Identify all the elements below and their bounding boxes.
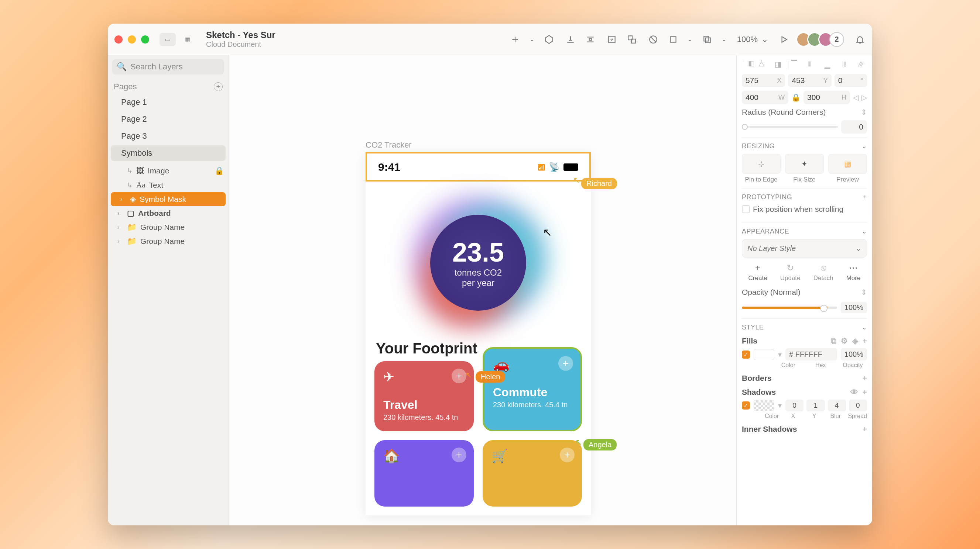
- fill-type-icon[interactable]: ▾: [778, 350, 782, 359]
- rotation-field[interactable]: 0°: [835, 74, 867, 87]
- mask-button[interactable]: [648, 34, 659, 45]
- align-left-icon[interactable]: ⎸◧: [742, 60, 751, 69]
- update-style-button[interactable]: ↻Update: [780, 263, 800, 282]
- shadow-type-icon[interactable]: ▾: [778, 401, 782, 410]
- opacity-value[interactable]: 100%: [841, 302, 867, 313]
- fix-size-control[interactable]: ✦Fix Size: [785, 154, 824, 183]
- detach-symbol-button[interactable]: [626, 34, 637, 45]
- distribute-v-icon[interactable]: ⫻: [858, 60, 867, 69]
- avatar-overflow[interactable]: 2: [829, 32, 844, 47]
- card-commute-selected[interactable]: 🚗 + Commute 230 kilometers. 45.4 tn: [483, 347, 582, 431]
- fix-scroll-checkbox[interactable]: [742, 205, 750, 213]
- add-icon[interactable]: +: [558, 356, 573, 371]
- close-window-button[interactable]: [115, 35, 123, 44]
- add-icon[interactable]: +: [452, 447, 466, 462]
- add-shadow-icon[interactable]: +: [862, 388, 867, 397]
- radius-field[interactable]: 0: [841, 120, 867, 133]
- insert-button[interactable]: [509, 34, 521, 45]
- library-icon[interactable]: ◈: [852, 336, 858, 345]
- settings-icon[interactable]: ⚙: [841, 336, 848, 345]
- radius-stepper-icon[interactable]: ⇕: [861, 108, 867, 117]
- card-shopping[interactable]: 🛒 +: [483, 440, 582, 506]
- union-dropdown-icon[interactable]: ⌄: [722, 34, 727, 45]
- stack-icon[interactable]: ⧉: [831, 336, 836, 345]
- artboard-label[interactable]: CO2 Tracker: [366, 140, 412, 150]
- maximize-window-button[interactable]: [141, 35, 149, 44]
- canvas[interactable]: CO2 Tracker 9:41 📶 📡: [229, 56, 736, 525]
- shadow-y-field[interactable]: 1: [807, 400, 824, 411]
- shadow-spread-field[interactable]: 0: [849, 400, 867, 411]
- align-center-v-icon[interactable]: ⫴: [808, 60, 818, 69]
- fill-enabled-checkbox[interactable]: ✓: [742, 351, 750, 359]
- card-travel[interactable]: ✈ + Travel 230 kilometers. 45.4 tn: [374, 361, 474, 431]
- visibility-icon[interactable]: 👁: [850, 388, 858, 397]
- layer-item-text[interactable]: ↳ Aa Text: [108, 178, 229, 192]
- layer-item-group[interactable]: › 📁 Group Name: [108, 220, 229, 234]
- layer-item-symbol-mask[interactable]: › ◈ Symbol Mask: [111, 192, 226, 206]
- shadow-enabled-checkbox[interactable]: ✓: [742, 401, 750, 409]
- align-center-h-icon[interactable]: ⧊: [759, 60, 768, 69]
- insert-dropdown-icon[interactable]: ⌄: [530, 34, 535, 45]
- align-button[interactable]: [565, 34, 576, 45]
- fill-color-swatch[interactable]: [754, 349, 774, 360]
- chevron-down-icon[interactable]: ⌄: [861, 142, 867, 150]
- union-button[interactable]: [702, 34, 713, 45]
- chevron-down-icon[interactable]: ⌄: [861, 323, 867, 331]
- page-item-active[interactable]: Symbols: [111, 145, 226, 161]
- create-symbol-button[interactable]: [606, 34, 617, 45]
- shadow-color-swatch[interactable]: [754, 400, 774, 411]
- notifications-button[interactable]: [854, 34, 865, 45]
- shadow-blur-field[interactable]: 4: [828, 400, 846, 411]
- fill-opacity-field[interactable]: 100%: [841, 348, 867, 360]
- flip-v-icon[interactable]: ▷: [861, 93, 867, 102]
- align-bottom-icon[interactable]: ▁: [824, 60, 834, 69]
- x-field[interactable]: 575X: [742, 74, 785, 87]
- chevron-down-icon[interactable]: ⌄: [861, 227, 867, 235]
- zoom-control[interactable]: 100% ⌄: [737, 35, 768, 44]
- fill-hex-field[interactable]: # FFFFFF: [785, 348, 837, 360]
- sidebar-toggle-icon[interactable]: ▭: [159, 33, 176, 46]
- scale-dropdown-icon[interactable]: ⌄: [687, 34, 693, 45]
- resize-preview[interactable]: ▦Preview: [828, 154, 867, 183]
- search-layers-input[interactable]: 🔍 Search Layers: [112, 59, 224, 75]
- add-border-icon[interactable]: +: [862, 374, 867, 382]
- create-style-button[interactable]: +Create: [748, 263, 767, 282]
- radius-slider[interactable]: [742, 126, 838, 128]
- layer-item-image[interactable]: ↳ 🖼 Image 🔒: [108, 164, 229, 178]
- pin-to-edge-control[interactable]: ⊹Pin to Edge: [742, 154, 781, 183]
- height-field[interactable]: 300H: [803, 91, 850, 104]
- scale-button[interactable]: [668, 34, 679, 45]
- status-bar-selected[interactable]: 9:41 📶 📡: [366, 152, 591, 181]
- add-icon[interactable]: +: [863, 194, 867, 201]
- page-item[interactable]: Page 2: [111, 111, 226, 127]
- add-page-button[interactable]: +: [214, 82, 223, 91]
- add-icon[interactable]: +: [452, 368, 466, 383]
- align-top-icon[interactable]: ▔: [791, 60, 801, 69]
- card-home[interactable]: 🏠 +: [374, 440, 474, 506]
- lock-aspect-icon[interactable]: 🔒: [791, 93, 800, 102]
- page-item[interactable]: Page 3: [111, 129, 226, 144]
- shadow-x-field[interactable]: 0: [785, 400, 803, 411]
- layer-style-dropdown[interactable]: No Layer Style⌄: [742, 239, 867, 257]
- more-style-button[interactable]: ⋯More: [846, 263, 861, 282]
- add-inner-shadow-icon[interactable]: +: [862, 425, 867, 433]
- width-field[interactable]: 400W: [742, 91, 788, 104]
- add-fill-icon[interactable]: +: [862, 336, 867, 345]
- collaborator-avatars[interactable]: 2: [800, 32, 844, 47]
- detach-style-button[interactable]: ⎋Detach: [813, 263, 834, 282]
- minimize-window-button[interactable]: [128, 35, 136, 44]
- layer-item-group[interactable]: › 📁 Group Name: [108, 234, 229, 248]
- distribute-button[interactable]: [585, 34, 596, 45]
- distribute-h-icon[interactable]: ⫼: [841, 60, 850, 69]
- opacity-stepper-icon[interactable]: ⇕: [861, 288, 867, 297]
- y-field[interactable]: 453Y: [788, 74, 831, 87]
- grid-view-icon[interactable]: ▦: [180, 33, 196, 46]
- align-right-icon[interactable]: ◨⎹: [775, 60, 784, 69]
- layer-item-artboard[interactable]: › ▢ Artboard: [108, 206, 229, 220]
- preview-play-button[interactable]: [778, 34, 789, 45]
- flip-h-icon[interactable]: ◁: [853, 93, 859, 102]
- lock-icon[interactable]: 🔒: [215, 167, 224, 175]
- page-item[interactable]: Page 1: [111, 94, 226, 110]
- artboard[interactable]: 9:41 📶 📡 23.5 tonnes CO2: [366, 152, 591, 516]
- opacity-slider[interactable]: [742, 306, 837, 309]
